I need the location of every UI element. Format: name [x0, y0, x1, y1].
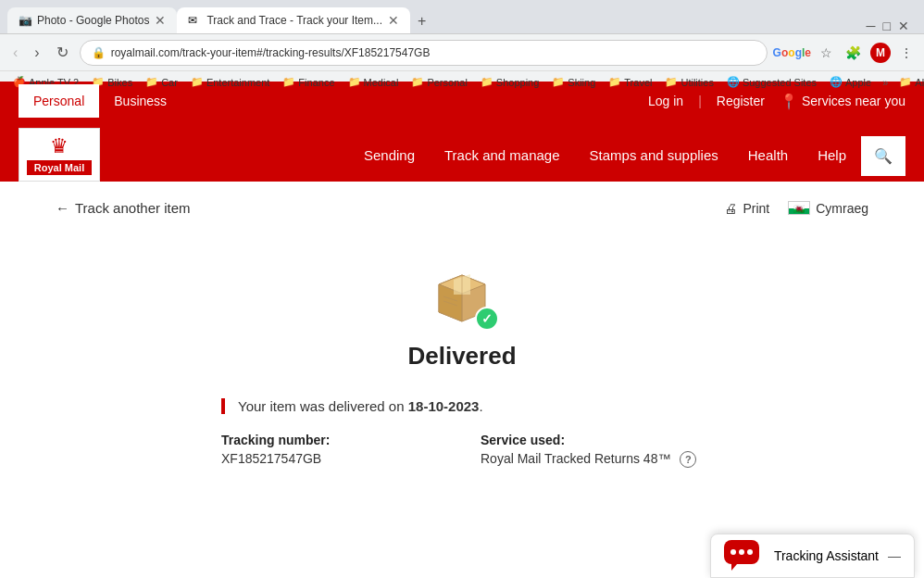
- bookmark-travel-icon: 📁: [608, 76, 621, 88]
- svg-point-10: [739, 549, 744, 555]
- bookmark-all-icon: 📁: [899, 76, 912, 88]
- profile-button[interactable]: M: [870, 43, 891, 63]
- printer-icon: 🖨: [724, 201, 737, 216]
- site-container: Personal Business Log in | Register 📍 Se…: [0, 82, 924, 578]
- tracking-assistant-label: Tracking Assistant: [774, 548, 879, 563]
- service-value: Royal Mail Tracked Returns 48™ ?: [481, 451, 703, 468]
- service-value-text: Royal Mail Tracked Returns 48™: [481, 451, 670, 466]
- bookmark-all[interactable]: 📁 All Bookmarks: [893, 74, 924, 90]
- bookmark-utilities-icon: 📁: [665, 76, 678, 88]
- tracking-details: Tracking number: XF185217547GB Service u…: [221, 433, 703, 468]
- bookmark-suggested-sites[interactable]: 🌐 Suggested Sites: [721, 74, 822, 90]
- bookmark-medical[interactable]: 📁 Medical: [343, 74, 405, 90]
- new-tab-button[interactable]: +: [410, 9, 433, 33]
- tab-title-royalmail: Track and Trace - Track your Item...: [206, 14, 382, 27]
- nav-stamps[interactable]: Stamps and supplies: [575, 134, 733, 176]
- bookmark-shopping[interactable]: 📁 Shopping: [475, 74, 545, 90]
- tab-bar: 📷 Photo - Google Photos ✕ ✉ Track and Tr…: [0, 0, 924, 33]
- lock-icon: 🔒: [92, 46, 106, 59]
- minimize-browser-button[interactable]: ─: [867, 19, 876, 33]
- bookmark-medical-label: Medical: [364, 77, 399, 88]
- nav-track-manage[interactable]: Track and manage: [430, 134, 575, 176]
- delivery-prefix: Your item was delivered on: [238, 398, 408, 414]
- top-nav-business[interactable]: Business: [99, 84, 181, 118]
- nav-sending[interactable]: Sending: [349, 134, 430, 176]
- nav-help[interactable]: Help: [803, 134, 861, 176]
- svg-point-11: [747, 549, 753, 555]
- package-icon-container: ✓: [425, 257, 499, 331]
- top-nav-right: Log in | Register 📍 Services near you: [648, 93, 905, 110]
- browser-actions: Google ☆ 🧩 M ⋮: [773, 43, 917, 63]
- tracking-assistant[interactable]: Tracking Assistant —: [710, 534, 915, 578]
- bookmark-button[interactable]: ☆: [817, 44, 836, 62]
- bookmark-apple[interactable]: 🌐 Apple: [824, 74, 877, 90]
- bookmark-skiing[interactable]: 📁 Skiing: [546, 74, 601, 90]
- crown-icon: ♛: [50, 134, 69, 158]
- delivery-suffix: .: [479, 398, 482, 414]
- delivery-message: Your item was delivered on 18-10-2023.: [221, 398, 703, 414]
- service-label: Service used:: [481, 433, 703, 447]
- royal-mail-logo[interactable]: ♛ Royal Mail: [19, 128, 100, 182]
- nav-health[interactable]: Health: [733, 134, 803, 176]
- check-badge: ✓: [475, 307, 499, 331]
- bookmark-personal-label: Personal: [427, 77, 467, 88]
- search-button[interactable]: 🔍: [861, 136, 905, 176]
- track-header: ← Track another item 🖨 Print 🏴󠁧󠁢󠁷󠁬󠁳󠁿 Cym…: [56, 200, 868, 216]
- service-info-icon[interactable]: ?: [680, 451, 696, 468]
- bookmark-all-label: All Bookmarks: [915, 77, 924, 88]
- bookmark-finance[interactable]: 📁 Finance: [277, 74, 340, 90]
- services-near-you[interactable]: 📍 Services near you: [780, 93, 905, 110]
- bookmark-skiing-label: Skiing: [568, 77, 595, 88]
- main-content: ← Track another item 🖨 Print 🏴󠁧󠁢󠁷󠁬󠁳󠁿 Cym…: [0, 182, 924, 534]
- svg-point-9: [730, 549, 736, 555]
- bookmark-travel[interactable]: 📁 Travel: [603, 74, 657, 90]
- tab-close-photos[interactable]: ✕: [155, 13, 166, 28]
- bookmark-apple-icon: 🌐: [830, 76, 843, 88]
- back-to-track[interactable]: ← Track another item: [56, 200, 191, 216]
- extensions-button[interactable]: 🧩: [842, 44, 865, 62]
- tab-photos[interactable]: 📷 Photo - Google Photos ✕: [7, 7, 177, 33]
- main-nav: Sending Track and manage Stamps and supp…: [349, 134, 905, 176]
- tab-favicon-royalmail: ✉: [188, 14, 201, 27]
- url-text: royalmail.com/track-your-item#/tracking-…: [111, 46, 755, 59]
- bookmark-utilities[interactable]: 📁 Utilities: [659, 74, 718, 90]
- bookmark-apple-label: Apple: [845, 77, 871, 88]
- location-icon: 📍: [780, 93, 798, 110]
- nav-divider: |: [698, 94, 702, 108]
- bookmark-suggested-sites-label: Suggested Sites: [743, 77, 817, 88]
- bookmark-medical-icon: 📁: [348, 76, 361, 88]
- bookmark-personal-icon: 📁: [411, 76, 424, 88]
- bookmark-shopping-label: Shopping: [496, 77, 540, 88]
- bookmark-entertainment-icon: 📁: [191, 76, 204, 88]
- search-icon: 🔍: [874, 147, 893, 165]
- top-nav-personal[interactable]: Personal: [19, 84, 99, 118]
- bookmark-entertainment[interactable]: 📁 Entertainment: [185, 74, 275, 90]
- services-near-label: Services near you: [802, 94, 905, 108]
- tab-royalmail[interactable]: ✉ Track and Trace - Track your Item... ✕: [177, 7, 410, 33]
- reload-button[interactable]: ↻: [51, 40, 74, 65]
- address-bar[interactable]: 🔒 royalmail.com/track-your-item#/trackin…: [80, 40, 768, 66]
- cymraeg-button[interactable]: 🏴󠁧󠁢󠁷󠁬󠁳󠁿 Cymraeg: [788, 201, 868, 216]
- back-button[interactable]: ‹: [7, 41, 23, 65]
- register-link[interactable]: Register: [717, 94, 765, 108]
- bookmark-suggested-sites-icon: 🌐: [727, 76, 740, 88]
- browser-controls: ‹ › ↻ 🔒 royalmail.com/track-your-item#/t…: [0, 33, 924, 70]
- close-browser-button[interactable]: ✕: [898, 19, 909, 33]
- forward-button[interactable]: ›: [29, 41, 44, 65]
- cymraeg-label: Cymraeg: [816, 201, 868, 216]
- back-label: Track another item: [75, 200, 191, 216]
- top-nav-left: Personal Business: [19, 84, 181, 118]
- logo-nav-row: ♛ Royal Mail Sending Track and manage St…: [0, 120, 924, 182]
- minimize-assistant-icon[interactable]: —: [888, 548, 901, 563]
- delivered-heading: Delivered: [56, 342, 868, 371]
- maximize-browser-button[interactable]: □: [883, 19, 891, 33]
- bookmark-personal[interactable]: 📁 Personal: [406, 74, 472, 90]
- login-link[interactable]: Log in: [648, 94, 683, 108]
- bookmark-finance-label: Finance: [298, 77, 334, 88]
- bookmarks-more-button[interactable]: »: [879, 75, 892, 90]
- tab-close-royalmail[interactable]: ✕: [388, 13, 399, 28]
- tracking-number-col: Tracking number: XF185217547GB: [221, 433, 443, 468]
- print-button[interactable]: 🖨 Print: [724, 201, 769, 216]
- menu-button[interactable]: ⋮: [896, 44, 917, 62]
- tab-title-photos: Photo - Google Photos: [37, 14, 149, 27]
